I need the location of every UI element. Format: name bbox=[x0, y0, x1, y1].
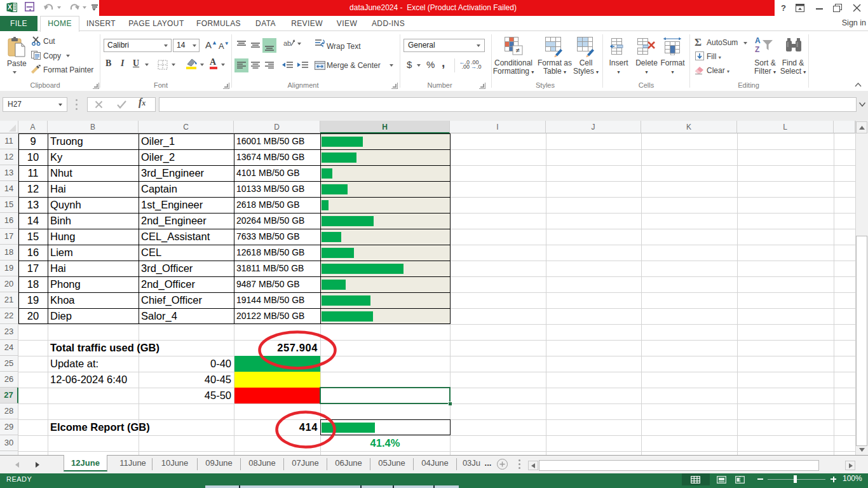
svg-text:ab: ab bbox=[283, 39, 291, 47]
svg-text:Z: Z bbox=[755, 45, 759, 54]
svg-text:≠: ≠ bbox=[515, 46, 519, 54]
svg-text:X: X bbox=[8, 3, 12, 11]
svg-text:A: A bbox=[755, 36, 761, 45]
